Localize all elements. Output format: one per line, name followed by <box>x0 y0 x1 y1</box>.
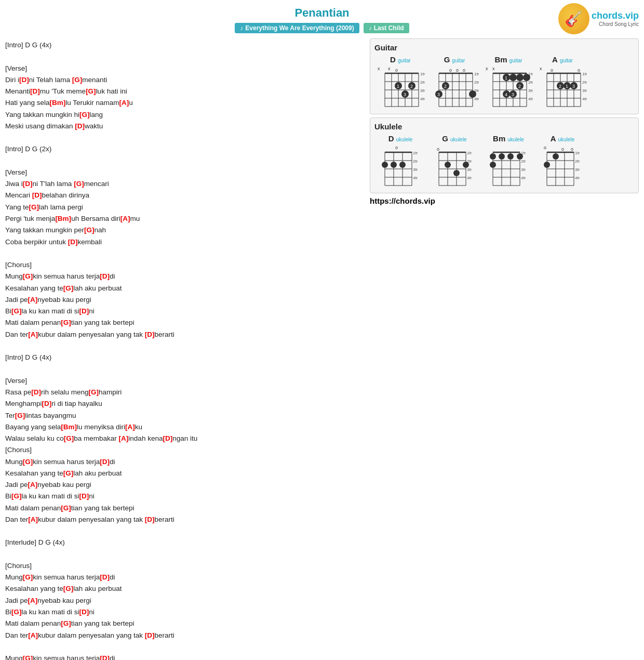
svg-text:3: 3 <box>437 92 440 97</box>
verse2-line1: Jiwa i[D]ni T'lah lama [G]mencari <box>5 178 364 190</box>
ukulele-title: Ukulele <box>374 122 634 131</box>
verse3-label: [Verse] <box>5 375 364 387</box>
svg-point-132 <box>463 162 469 168</box>
svg-text:x: x <box>378 66 380 71</box>
svg-point-146 <box>490 153 496 160</box>
uke-chord-G: G ukulele 1fr 2fr <box>428 134 480 189</box>
guitar-chord-G: G guitar 1f <box>428 55 480 110</box>
svg-point-150 <box>490 162 496 168</box>
logo-name: chords.vip <box>592 10 639 21</box>
svg-text:4fr: 4fr <box>474 97 479 101</box>
guitar-chord-A: A guitar x o <box>536 55 588 110</box>
verse3-line1: Rasa pe[D]rih selalu meng[G]hampiri <box>5 387 364 398</box>
guitar-chord-D: D guitar x <box>374 55 426 110</box>
uke-Bm-name: Bm <box>493 134 505 143</box>
uke-G-name: G <box>442 134 448 143</box>
svg-text:3fr: 3fr <box>420 88 425 93</box>
svg-text:1fr: 1fr <box>575 151 580 155</box>
svg-point-114 <box>391 162 397 168</box>
uke-G-diagram: 1fr 2fr 3fr 4fr o <box>428 143 480 189</box>
svg-text:3: 3 <box>512 92 514 97</box>
svg-text:4fr: 4fr <box>467 176 472 180</box>
uke-Bm-type[interactable]: ukulele <box>507 137 524 142</box>
logo-guitar-icon: 🎸 <box>558 3 589 34</box>
svg-text:x: x <box>388 66 391 71</box>
svg-point-113 <box>382 162 388 168</box>
verse2-line6: Coba berpikir untuk [D]kembali <box>5 236 364 248</box>
svg-point-115 <box>399 162 406 168</box>
chord-D-type[interactable]: guitar <box>398 58 411 63</box>
uke-G-type[interactable]: ukulele <box>450 137 467 142</box>
intro-line-2: [Intro] D G (2x) <box>5 143 364 155</box>
svg-point-130 <box>445 162 451 168</box>
verse2-label: [Verse] <box>5 167 364 178</box>
svg-text:1fr: 1fr <box>474 72 479 76</box>
chorus3-line5: Mati dalam penan[G]tian yang tak bertepi <box>5 618 364 629</box>
svg-text:3fr: 3fr <box>582 88 587 93</box>
lyrics-panel: [Intro] D G (4x) [Verse] Diri i[D]ni Tel… <box>2 36 367 660</box>
chorus2-line2: Kesalahan yang te[G]lah aku perbuat <box>5 468 364 479</box>
verse1-line5: Meski usang dimakan [D]waktu <box>5 121 364 132</box>
svg-point-148 <box>507 153 514 160</box>
chorus1-line1: Mung[G]kin semua harus terja[D]di <box>5 271 364 282</box>
ukulele-chord-row: D ukulele o <box>374 134 634 189</box>
svg-text:1fr: 1fr <box>582 72 587 76</box>
page-header: Penantian ♪ Everything We Are Everything… <box>0 0 644 36</box>
verse1-line1: Diri i[D]ni Telah lama [G]menanti <box>5 74 364 86</box>
chord-Bm-diagram: x x 1fr 2fr <box>482 64 534 110</box>
svg-text:3fr: 3fr <box>413 167 418 172</box>
svg-text:x: x <box>486 66 488 71</box>
chorus1-line2: Kesalahan yang te[G]lah aku perbuat <box>5 283 364 294</box>
verse3-line2: Menghampi[D]ri di tiap hayalku <box>5 398 364 410</box>
chorus3-line6: Dan ter[A]kubur dalam penyesalan yang ta… <box>5 630 364 641</box>
album-badge[interactable]: ♪ Everything We Are Everything (2009) <box>235 23 359 33</box>
uke-chord-A: A ukulele o 1fr <box>536 134 588 189</box>
chord-Bm-name: Bm <box>494 55 507 64</box>
svg-text:4fr: 4fr <box>413 176 418 180</box>
svg-text:1fr: 1fr <box>420 72 425 76</box>
chorus2-line3: Jadi pe[A]nyebab kau pergi <box>5 479 364 491</box>
chord-A-type[interactable]: guitar <box>560 58 573 63</box>
guitar-chord-row: D guitar x <box>374 55 634 110</box>
svg-text:4: 4 <box>505 92 507 97</box>
chorus1-line5: Mati dalam penan[G]tian yang tak bertepi <box>5 317 364 328</box>
verse1-label: [Verse] <box>5 63 364 74</box>
svg-point-66 <box>509 74 517 81</box>
svg-text:3fr: 3fr <box>521 167 526 172</box>
logo-tagline: Chord Song Lyric <box>592 21 639 27</box>
chorus1-label: [Chorus] <box>5 259 364 271</box>
chord-D-name: D <box>390 55 396 64</box>
svg-text:3: 3 <box>572 84 575 89</box>
svg-text:o: o <box>395 68 398 73</box>
chord-G-type[interactable]: guitar <box>452 58 465 63</box>
svg-text:2: 2 <box>518 84 521 89</box>
song-title: Penantian <box>0 6 644 20</box>
uke-D-type[interactable]: ukulele <box>396 137 413 142</box>
svg-text:2fr: 2fr <box>474 80 479 85</box>
chorus1-line4: Bi[G]la ku kan mati di si[D]ni <box>5 306 364 317</box>
chorus3-line1: Mung[G]kin semua harus terja[D]di <box>5 572 364 583</box>
interlude-label: [Interlude] D G (4x) <box>5 537 364 548</box>
svg-text:o: o <box>578 68 580 73</box>
uke-chord-D: D ukulele o <box>374 134 426 189</box>
svg-text:2fr: 2fr <box>528 80 533 85</box>
svg-text:2: 2 <box>559 84 561 89</box>
svg-text:o: o <box>456 68 459 73</box>
artist-badge[interactable]: ♪ Last Child <box>364 23 409 33</box>
uke-A-diagram: o 1fr 2fr 3fr 4fr <box>536 143 588 189</box>
svg-text:2fr: 2fr <box>420 80 425 85</box>
verse3-line3: Ter[G]lintas bayangmu <box>5 410 364 421</box>
artist-text: Last Child <box>374 24 404 32</box>
uke-A-type[interactable]: ukulele <box>558 137 575 142</box>
verse1-line4: Yang takkan mungkin hi[G]lang <box>5 109 364 121</box>
svg-text:1: 1 <box>397 84 399 89</box>
svg-point-165 <box>553 153 559 160</box>
chord-Bm-type[interactable]: guitar <box>509 58 522 63</box>
chorus1-line3: Jadi pe[A]nyebab kau pergi <box>5 294 364 306</box>
chorus1-line6: Dan ter[A]kubur dalam penyesalan yang ta… <box>5 329 364 340</box>
uke-chord-Bm: Bm ukulele 1fr 2fr <box>482 134 534 189</box>
svg-text:4fr: 4fr <box>420 97 425 101</box>
uke-D-diagram: o 1fr 2fr <box>374 143 426 189</box>
chorus2-line1: Mung[G]kin semua harus terja[D]di <box>5 456 364 468</box>
svg-point-43 <box>469 90 476 98</box>
